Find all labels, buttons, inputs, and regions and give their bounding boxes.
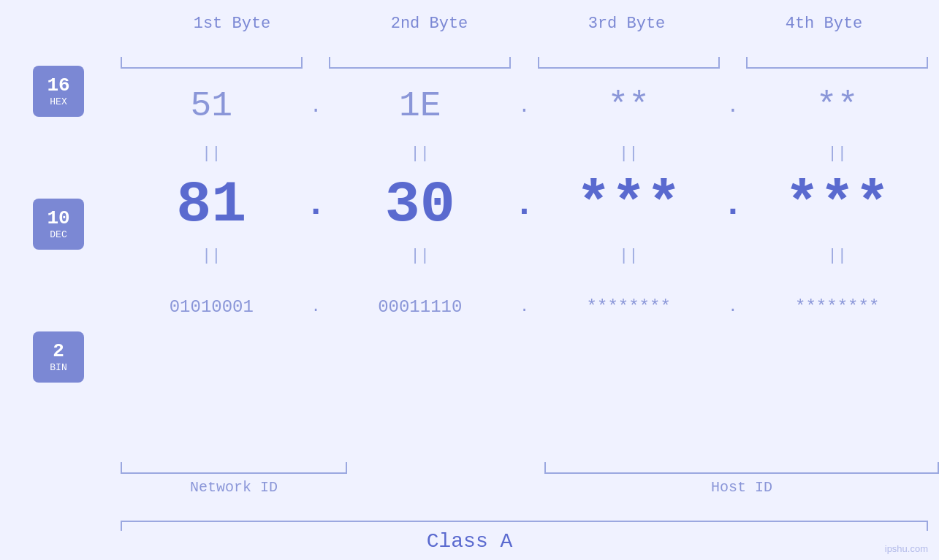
equals1-b2: ||: [329, 145, 511, 163]
dec-dot2: .: [511, 187, 538, 222]
bin-byte4: ********: [746, 297, 928, 317]
bin-badge: 2 BIN: [33, 331, 84, 383]
byte1-header: 1st Byte: [134, 15, 331, 33]
dec-dot1: .: [303, 187, 330, 222]
hex-byte4: **: [746, 86, 928, 126]
equals-row-1: || || || ||: [121, 139, 928, 168]
hex-row: 51 . 1E . ** . **: [121, 73, 928, 139]
equals1-b3: ||: [538, 145, 720, 163]
class-a-bracket: [121, 521, 928, 522]
bin-dot2: .: [511, 298, 538, 316]
dec-badge-label: DEC: [50, 229, 66, 240]
bin-byte3: ********: [538, 297, 720, 317]
bin-dot3: .: [720, 298, 747, 316]
bin-badge-label: BIN: [50, 362, 66, 373]
byte3-header: 3rd Byte: [528, 15, 726, 33]
equals2-b3: ||: [538, 247, 720, 265]
badges-column: 16 HEX 10 DEC 2 BIN: [33, 66, 84, 383]
dec-row: 81 . 30 . *** . ***: [121, 168, 928, 241]
dec-badge: 10 DEC: [33, 199, 84, 250]
byte-headers: 1st Byte 2nd Byte 3rd Byte 4th Byte: [0, 0, 939, 33]
hex-byte1: 51: [121, 86, 303, 126]
host-id-label: Host ID: [544, 479, 939, 496]
dec-byte4: ***: [746, 172, 928, 238]
dec-byte2: 30: [329, 172, 511, 238]
hex-byte3: **: [538, 86, 720, 126]
network-id-label: Network ID: [121, 479, 347, 496]
bracket-network-id: [121, 462, 347, 474]
dec-badge-num: 10: [47, 208, 69, 229]
hex-badge: 16 HEX: [33, 66, 84, 117]
byte4-header: 4th Byte: [726, 15, 923, 33]
equals1-b1: ||: [121, 145, 303, 163]
values-grid: 51 . 1E . ** . ** || || || || 81 . 30 . …: [121, 58, 928, 336]
class-a-label: Class A: [0, 530, 939, 553]
equals2-b1: ||: [121, 247, 303, 265]
byte2-header: 2nd Byte: [331, 15, 528, 33]
hex-byte2: 1E: [329, 86, 511, 126]
bin-byte1: 01010001: [121, 297, 303, 317]
equals-row-2: || || || ||: [121, 241, 928, 270]
hex-badge-num: 16: [47, 75, 69, 96]
equals1-b4: ||: [746, 145, 928, 163]
bin-byte2: 00011110: [329, 297, 511, 317]
hex-badge-label: HEX: [50, 96, 66, 107]
bin-row: 01010001 . 00011110 . ******** . *******…: [121, 277, 928, 336]
equals2-b2: ||: [329, 247, 511, 265]
main-container: 1st Byte 2nd Byte 3rd Byte 4th Byte: [0, 0, 939, 560]
equals2-b4: ||: [746, 247, 928, 265]
hex-dot1: .: [303, 95, 330, 118]
bracket-host-id: [544, 462, 939, 474]
bin-dot1: .: [303, 298, 330, 316]
bin-badge-num: 2: [53, 341, 64, 362]
hex-dot2: .: [511, 95, 538, 118]
watermark: ipshu.com: [885, 543, 928, 554]
dec-dot3: .: [720, 187, 747, 222]
hex-dot3: .: [720, 95, 747, 118]
dec-byte1: 81: [121, 172, 303, 238]
dec-byte3: ***: [538, 172, 720, 238]
